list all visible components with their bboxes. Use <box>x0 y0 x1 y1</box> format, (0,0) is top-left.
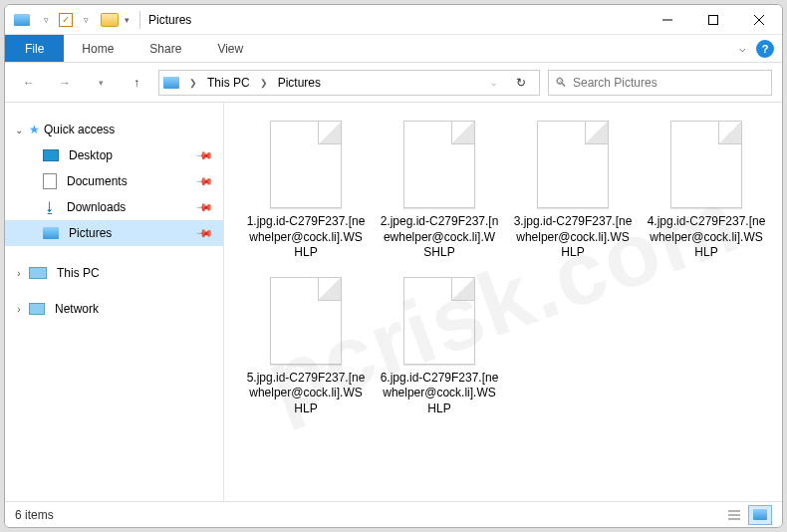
chevron-right-icon[interactable]: › <box>13 304 25 315</box>
sidebar-network[interactable]: › Network <box>5 296 223 322</box>
search-input[interactable] <box>573 76 765 90</box>
navigation-pane: ⌄ ★ Quick access Desktop 📌 Documents 📌 ⭳… <box>5 103 224 501</box>
qat-dropdown-2[interactable]: ▿ <box>75 9 97 31</box>
sidebar-item-label: Network <box>55 302 99 316</box>
file-label: 6.jpg.id-C279F237.[newhelper@cock.li].WS… <box>380 371 499 417</box>
sidebar-item-downloads[interactable]: ⭳ Downloads 📌 <box>5 194 223 220</box>
file-icon <box>670 121 742 208</box>
app-icon <box>11 9 33 31</box>
quick-access-toolbar: ▿ ✓ ▿ ▾ Pictures <box>5 9 191 31</box>
window-title: Pictures <box>148 13 191 27</box>
chevron-right-icon[interactable]: ❯ <box>185 78 201 88</box>
body: ⌄ ★ Quick access Desktop 📌 Documents 📌 ⭳… <box>5 103 782 501</box>
qat-checkbox[interactable]: ✓ <box>59 13 73 27</box>
breadcrumb-root-icon[interactable] <box>163 77 179 89</box>
file-tab[interactable]: File <box>5 35 64 62</box>
qat-overflow[interactable]: ▾ <box>123 15 131 25</box>
minimize-button[interactable] <box>645 5 690 35</box>
file-list-pane[interactable]: 1.jpg.id-C279F237.[newhelper@cock.li].WS… <box>224 103 782 501</box>
title-bar: ▿ ✓ ▿ ▾ Pictures <box>5 5 782 35</box>
pin-icon: 📌 <box>194 223 213 242</box>
file-item[interactable]: 4.jpg.id-C279F237.[newhelper@cock.li].WS… <box>643 117 770 265</box>
file-item[interactable]: 5.jpg.id-C279F237.[newhelper@cock.li].WS… <box>242 273 370 421</box>
file-item[interactable]: 2.jpeg.id-C279F237.[newhelper@cock.li].W… <box>376 117 503 265</box>
ribbon-expand-icon[interactable]: ⌵ <box>739 42 746 55</box>
pin-icon: 📌 <box>194 171 213 190</box>
refresh-button[interactable]: ↻ <box>507 69 535 97</box>
search-box[interactable]: 🔍︎ <box>548 70 772 96</box>
svg-rect-1 <box>709 15 718 24</box>
qat-dropdown-1[interactable]: ▿ <box>35 9 57 31</box>
sidebar-item-label: Documents <box>67 174 128 188</box>
file-icon <box>403 121 475 208</box>
file-item[interactable]: 1.jpg.id-C279F237.[newhelper@cock.li].WS… <box>242 117 370 265</box>
window-controls <box>645 5 782 35</box>
recent-locations[interactable]: ▾ <box>87 69 115 97</box>
downloads-icon: ⭳ <box>43 199 57 215</box>
address-dropdown[interactable]: ⌵ <box>479 69 507 97</box>
file-label: 3.jpg.id-C279F237.[newhelper@cock.li].WS… <box>513 214 633 261</box>
pin-icon: 📌 <box>194 145 213 164</box>
explorer-window: ▿ ✓ ▿ ▾ Pictures File Home Share View ⌵ … <box>4 4 783 528</box>
sidebar-item-pictures[interactable]: Pictures 📌 <box>5 220 223 246</box>
sidebar-item-label: Desktop <box>69 148 113 162</box>
tab-home[interactable]: Home <box>64 35 131 62</box>
pin-icon: 📌 <box>194 197 213 216</box>
sidebar-item-documents[interactable]: Documents 📌 <box>5 168 223 194</box>
file-item[interactable]: 6.jpg.id-C279F237.[newhelper@cock.li].WS… <box>376 273 503 421</box>
network-icon <box>29 303 45 315</box>
up-button[interactable]: ↑ <box>123 69 150 97</box>
view-details-button[interactable] <box>722 505 746 525</box>
pc-icon <box>29 267 47 279</box>
file-icon <box>270 277 342 365</box>
desktop-icon <box>43 149 59 161</box>
item-count: 6 items <box>15 508 54 522</box>
view-icons-button[interactable] <box>748 505 772 525</box>
documents-icon <box>43 173 57 189</box>
pictures-icon <box>43 227 59 239</box>
status-bar: 6 items <box>5 501 782 527</box>
file-item[interactable]: 3.jpg.id-C279F237.[newhelper@cock.li].WS… <box>509 117 637 265</box>
folder-icon <box>99 9 121 31</box>
tab-share[interactable]: Share <box>131 35 199 62</box>
breadcrumb-this-pc[interactable]: This PC <box>207 76 250 90</box>
sidebar-quick-access[interactable]: ⌄ ★ Quick access <box>5 117 223 142</box>
address-bar[interactable]: ❯ This PC ❯ Pictures ⌵ ↻ <box>158 70 540 96</box>
file-icon <box>403 277 475 365</box>
navigation-toolbar: ← → ▾ ↑ ❯ This PC ❯ Pictures ⌵ ↻ 🔍︎ <box>5 63 782 103</box>
file-icon <box>270 121 342 208</box>
chevron-right-icon[interactable]: ❯ <box>256 78 272 88</box>
file-grid: 1.jpg.id-C279F237.[newhelper@cock.li].WS… <box>242 117 774 421</box>
file-label: 2.jpeg.id-C279F237.[newhelper@cock.li].W… <box>380 214 499 261</box>
ribbon: File Home Share View ⌵ ? <box>5 35 782 63</box>
sidebar-item-label: This PC <box>57 266 100 280</box>
tab-view[interactable]: View <box>199 35 261 62</box>
breadcrumb-pictures[interactable]: Pictures <box>278 76 321 90</box>
star-icon: ★ <box>29 123 40 136</box>
sidebar-item-label: Downloads <box>67 200 126 214</box>
search-icon: 🔍︎ <box>555 76 567 90</box>
sidebar-this-pc[interactable]: › This PC <box>5 260 223 286</box>
maximize-button[interactable] <box>690 5 736 35</box>
back-button[interactable]: ← <box>15 69 43 97</box>
chevron-down-icon[interactable]: ⌄ <box>13 125 25 135</box>
sidebar-item-label: Quick access <box>44 123 115 136</box>
file-label: 1.jpg.id-C279F237.[newhelper@cock.li].WS… <box>246 214 366 261</box>
help-icon[interactable]: ? <box>756 40 774 58</box>
chevron-right-icon[interactable]: › <box>13 268 25 279</box>
file-label: 4.jpg.id-C279F237.[newhelper@cock.li].WS… <box>647 214 766 261</box>
sidebar-item-label: Pictures <box>69 226 112 240</box>
close-button[interactable] <box>736 5 782 35</box>
file-icon <box>537 121 609 208</box>
file-label: 5.jpg.id-C279F237.[newhelper@cock.li].WS… <box>246 371 366 417</box>
sidebar-item-desktop[interactable]: Desktop 📌 <box>5 142 223 168</box>
forward-button[interactable]: → <box>51 69 79 97</box>
